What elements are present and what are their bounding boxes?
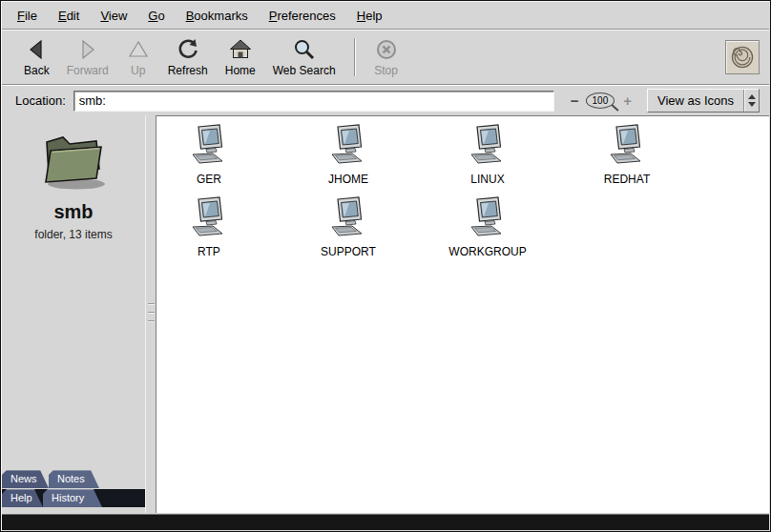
zoom-level-indicator[interactable]: 100: [586, 92, 615, 109]
location-input[interactable]: [73, 91, 554, 112]
throbber-shell-icon: [725, 40, 760, 74]
menu-go[interactable]: Go: [137, 6, 175, 26]
sidebar-tab-row-2: Help History: [2, 489, 145, 507]
file-item[interactable]: REDHAT: [557, 121, 697, 194]
content-area: smb folder, 13 items News Notes Help His…: [2, 115, 769, 513]
sidebar-tab-notes[interactable]: Notes: [49, 470, 99, 488]
file-label: JHOME: [328, 173, 368, 186]
file-manager-window: File Edit View Go Bookmarks Preferences …: [0, 0, 771, 532]
toolbar-separator: [354, 38, 356, 76]
pane-divider-grip[interactable]: [148, 303, 155, 328]
home-icon: [228, 37, 253, 62]
stop-icon: [374, 37, 399, 62]
menu-help[interactable]: Help: [346, 6, 393, 26]
sidebar-title: smb: [2, 201, 145, 223]
file-icon-grid: GER: [156, 116, 712, 266]
zoom-in-icon[interactable]: +: [620, 92, 635, 109]
file-item[interactable]: RTP: [156, 194, 279, 266]
file-item[interactable]: WORKGROUP: [418, 194, 557, 266]
file-label: WORKGROUP: [448, 245, 526, 258]
location-label: Location:: [15, 93, 66, 108]
sidebar-tab-news[interactable]: News: [2, 470, 49, 488]
file-item[interactable]: SUPPORT: [279, 194, 418, 266]
file-label: SUPPORT: [321, 245, 376, 258]
folder-icon: [36, 129, 111, 192]
file-item[interactable]: GER: [156, 121, 279, 194]
chevron-up-down-icon: [743, 90, 759, 112]
view-as-label: View as Icons: [657, 93, 734, 108]
computer-icon: [326, 195, 370, 239]
web-search-button[interactable]: Web Search: [264, 34, 344, 80]
menu-bar: File Edit View Go Bookmarks Preferences …: [2, 2, 769, 29]
forward-arrow-icon: [75, 37, 100, 62]
menu-preferences[interactable]: Preferences: [259, 6, 346, 26]
forward-button[interactable]: Forward: [58, 34, 117, 80]
up-arrow-icon: [126, 37, 151, 62]
zoom-out-icon[interactable]: −: [568, 92, 582, 109]
menu-view[interactable]: View: [90, 6, 137, 26]
view-as-dropdown[interactable]: View as Icons: [647, 89, 760, 113]
zoom-control: − 100 +: [568, 92, 635, 109]
computer-icon: [466, 123, 510, 167]
back-button[interactable]: Back: [15, 34, 58, 80]
sidebar-tab-help[interactable]: Help: [2, 489, 43, 507]
file-label: GER: [197, 173, 221, 186]
pane-divider[interactable]: [145, 115, 156, 513]
computer-icon: [466, 195, 510, 239]
computer-icon: [187, 123, 231, 167]
refresh-icon: [176, 37, 200, 62]
computer-icon: [187, 195, 231, 239]
computer-icon: [605, 123, 649, 167]
back-arrow-icon: [24, 37, 49, 62]
up-button[interactable]: Up: [117, 34, 159, 80]
menu-file[interactable]: File: [7, 6, 48, 26]
file-item[interactable]: JHOME: [279, 121, 418, 194]
home-button[interactable]: Home: [217, 34, 264, 80]
file-item[interactable]: LINUX: [418, 121, 557, 194]
sidebar: smb folder, 13 items News Notes Help His…: [2, 115, 145, 513]
menu-edit[interactable]: Edit: [48, 6, 90, 26]
status-bar: [2, 514, 769, 530]
toolbar: Back Forward Up Refresh: [2, 31, 769, 84]
sidebar-tab-history[interactable]: History: [43, 489, 102, 507]
location-bar: Location: − 100 + View as Icons: [2, 86, 769, 115]
computer-icon: [326, 123, 370, 167]
stop-button[interactable]: Stop: [365, 34, 407, 80]
sidebar-tab-row-1: News Notes: [2, 470, 145, 488]
file-label: LINUX: [470, 173, 504, 186]
refresh-button[interactable]: Refresh: [159, 34, 217, 80]
web-search-icon: [292, 37, 317, 62]
menu-bookmarks[interactable]: Bookmarks: [176, 6, 259, 26]
file-label: REDHAT: [604, 173, 650, 186]
file-label: RTP: [198, 245, 220, 258]
icon-view[interactable]: GER: [156, 115, 769, 513]
sidebar-subtitle: folder, 13 items: [2, 228, 145, 241]
